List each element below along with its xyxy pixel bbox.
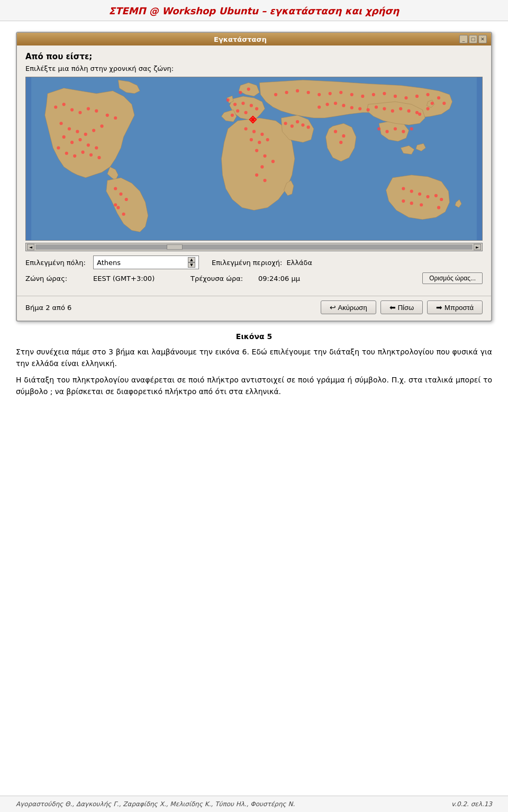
svg-point-21 [78, 111, 81, 114]
scrollbar-track[interactable] [35, 244, 473, 250]
svg-point-33 [241, 102, 244, 105]
article-section: Εικόνα 5 Στην συνέχεια πάμε στο 3 βήμα κ… [16, 332, 492, 398]
city-spinner[interactable]: ▲ ▼ [188, 257, 195, 268]
svg-point-52 [255, 174, 258, 177]
forward-button[interactable]: ➡ Μπροστά [427, 300, 483, 314]
svg-point-86 [426, 195, 429, 198]
spinner-up[interactable]: ▲ [188, 257, 195, 262]
dialog-question: Από που είστε; [25, 52, 483, 61]
svg-point-106 [415, 95, 419, 98]
page-header: ΣΤΕΜΠ @ Workshop Ubuntu – εγκατάσταση κα… [0, 0, 508, 21]
svg-point-53 [263, 179, 266, 182]
svg-point-79 [410, 127, 413, 130]
svg-point-87 [420, 203, 423, 206]
svg-point-68 [391, 110, 394, 113]
cancel-icon: ↩ [330, 303, 336, 312]
back-button[interactable]: ⬅ Πίσω [380, 300, 423, 314]
svg-point-35 [255, 107, 258, 110]
svg-point-44 [260, 133, 264, 136]
svg-point-28 [125, 198, 128, 201]
dialog-footer: Βήμα 2 από 6 ↩ Ακύρωση ⬅ Πίσω ➡ Μπροστά [17, 296, 491, 321]
timezone-label: Ζώνη ώρας: [25, 275, 89, 282]
svg-point-43 [252, 130, 256, 133]
selected-region-label: Επιλεγμένη περιοχή: [212, 259, 282, 267]
dialog-titlebar: Εγκατάσταση _ □ ✕ [17, 33, 491, 45]
svg-point-57 [301, 123, 304, 126]
svg-point-26 [114, 187, 117, 190]
svg-point-82 [431, 102, 434, 105]
svg-point-18 [54, 105, 57, 108]
svg-point-29 [116, 206, 120, 209]
scroll-right-button[interactable]: ► [474, 244, 481, 250]
svg-point-50 [271, 160, 275, 163]
back-label: Πίσω [398, 304, 414, 312]
world-map[interactable] [26, 77, 482, 240]
svg-point-73 [342, 134, 345, 138]
step-label: Βήμα 2 από 6 [25, 304, 321, 312]
set-time-button[interactable]: Ορισμός ώρας... [422, 272, 483, 284]
svg-point-37 [244, 111, 248, 114]
svg-point-88 [410, 202, 413, 205]
svg-point-5 [92, 129, 95, 132]
svg-point-1 [59, 122, 62, 125]
svg-point-10 [87, 143, 90, 147]
map-scrollbar-horizontal[interactable]: ◄ ► [25, 243, 483, 251]
svg-point-102 [372, 93, 375, 96]
minimize-button[interactable]: _ [459, 35, 468, 43]
svg-point-16 [89, 153, 93, 157]
svg-point-83 [402, 187, 405, 190]
map-container[interactable] [25, 77, 483, 241]
svg-point-96 [307, 91, 310, 94]
forward-label: Μπροστά [444, 304, 474, 312]
svg-point-66 [375, 105, 378, 108]
svg-point-80 [418, 113, 421, 116]
dialog-subtitle: Επιλέξτε μια πόλη στην χρονική σας ζώνη: [25, 65, 483, 72]
svg-point-55 [291, 124, 294, 127]
svg-point-90 [434, 194, 438, 197]
svg-point-95 [296, 89, 299, 93]
svg-point-13 [65, 152, 68, 155]
selected-region-value: Ελλάδα [286, 259, 312, 267]
maximize-button[interactable]: □ [469, 35, 477, 43]
svg-point-100 [350, 93, 353, 96]
scroll-left-button[interactable]: ◄ [27, 244, 34, 250]
svg-point-65 [367, 108, 370, 112]
current-time-value: 09:24:06 μμ [258, 275, 322, 282]
article-paragraph-2: Η διάταξη του πληκτρολογίου αναφέρεται σ… [16, 374, 492, 398]
svg-point-75 [377, 127, 380, 130]
svg-point-97 [318, 93, 321, 96]
cancel-button[interactable]: ↩ Ακύρωση [321, 300, 376, 314]
svg-point-89 [402, 199, 405, 203]
svg-point-56 [296, 120, 299, 123]
city-input[interactable]: Athens ▲ ▼ [93, 256, 199, 269]
athens-dot[interactable] [251, 118, 255, 121]
svg-point-58 [307, 125, 310, 129]
svg-point-108 [437, 96, 440, 99]
svg-point-19 [62, 103, 66, 106]
svg-point-4 [84, 133, 87, 136]
svg-point-39 [231, 114, 234, 117]
svg-point-67 [383, 107, 386, 110]
svg-point-69 [399, 107, 402, 110]
svg-point-91 [440, 198, 443, 201]
footer-authors: Αγοραστούδης Θ., Δαγκουλής Γ., Ζαραφίδης… [16, 800, 295, 808]
svg-point-72 [334, 130, 337, 133]
svg-point-6 [100, 124, 103, 127]
spinner-down[interactable]: ▼ [188, 262, 195, 268]
footer-version: v.0.2. σελ.13 [451, 800, 492, 808]
svg-point-101 [361, 95, 364, 98]
svg-point-78 [402, 130, 405, 133]
svg-point-74 [339, 141, 342, 144]
svg-point-46 [258, 141, 261, 144]
svg-point-51 [260, 165, 264, 168]
city-value: Athens [97, 259, 121, 267]
scrollbar-thumb[interactable] [167, 244, 183, 250]
svg-point-54 [284, 122, 287, 125]
close-button[interactable]: ✕ [478, 35, 487, 43]
article-paragraph-1: Στην συνέχεια πάμε στο 3 βήμα και λαμβάν… [16, 346, 492, 370]
svg-point-71 [415, 111, 419, 114]
svg-point-30 [122, 213, 125, 216]
svg-point-59 [318, 105, 321, 108]
svg-point-76 [385, 130, 388, 133]
svg-point-22 [87, 107, 90, 110]
